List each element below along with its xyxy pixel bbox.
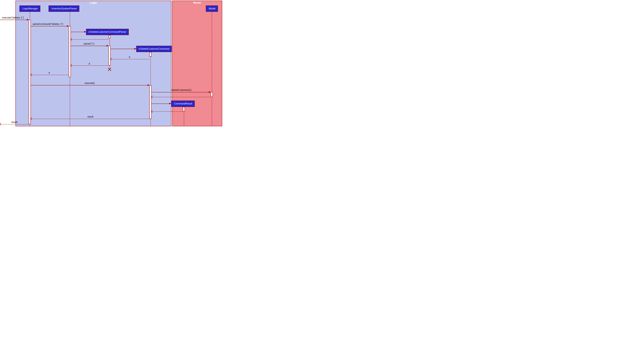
model-frame: Model	[172, 0, 222, 126]
arrow-create-parser-return	[71, 39, 108, 40]
arrow-m8-return	[152, 97, 211, 97]
msg-m4: d	[129, 56, 130, 58]
arrow-m6	[31, 75, 69, 75]
msg-m3: parse("1")	[84, 42, 94, 45]
arrow-m7	[31, 85, 150, 85]
arrow-create-cmd-head	[134, 48, 136, 50]
command-result-activation	[183, 107, 185, 111]
model-activation	[211, 92, 213, 97]
arrow-create-cmd	[110, 49, 136, 49]
msg-m7: execute()	[85, 82, 95, 84]
inventory-parser-box: :InventorySystemParser	[48, 5, 79, 12]
arrow-m1	[0, 20, 29, 20]
msg-m2: parseCommand("deletec 1")	[33, 23, 63, 25]
command-result-box: :CommandResult	[171, 101, 195, 107]
logic-frame-title: Logic	[88, 1, 98, 5]
delete-parser-box: d:DeleteCustomerCommandParser	[86, 29, 129, 35]
arrow-m10	[0, 124, 29, 125]
arrow-create-result	[152, 104, 171, 104]
logic-frame: Logic	[16, 0, 172, 126]
msg-m6: d	[48, 71, 50, 74]
arrow-create-result-head	[169, 103, 171, 104]
arrow-m9	[31, 119, 150, 119]
model-box: :Model	[206, 5, 218, 12]
arrow-m2	[31, 26, 69, 26]
arrow-m3-head	[107, 45, 108, 47]
delete-parser-activation-1	[108, 35, 110, 38]
arrow-m7-head	[148, 84, 150, 86]
logic-manager-activation	[29, 20, 31, 124]
delete-command-activation-1	[150, 52, 152, 57]
arrow-m8-head	[209, 91, 211, 93]
destroy-parser-icon	[108, 67, 111, 71]
arrow-create-parser	[71, 32, 86, 32]
arrow-m8	[152, 92, 211, 92]
arrow-m1-head	[27, 19, 29, 20]
delete-parser-activation-2	[108, 46, 110, 65]
arrow-m5	[71, 65, 108, 66]
msg-m9: result	[87, 115, 93, 118]
inventory-parser-activation	[69, 26, 71, 77]
msg-m5: d	[88, 62, 90, 65]
msg-m8: deleteCustomer(1)	[172, 89, 192, 91]
arrow-create-result-return	[152, 111, 183, 112]
msg-m1: execute("deletec 1")	[2, 16, 24, 19]
arrow-create-parser-head	[84, 31, 86, 33]
delete-command-box: d:DeleteCustomerCommand	[136, 46, 172, 52]
delete-command-activation-2	[150, 85, 152, 119]
msg-m10: result	[12, 121, 17, 124]
arrow-m4	[110, 59, 150, 59]
arrow-m10-head	[0, 123, 2, 126]
model-lifeline	[212, 12, 212, 126]
arrow-m2-head	[67, 25, 69, 27]
logic-manager-box: :LogicManager	[20, 5, 40, 12]
model-frame-title: Model	[192, 1, 202, 5]
arrow-m3	[71, 46, 108, 46]
